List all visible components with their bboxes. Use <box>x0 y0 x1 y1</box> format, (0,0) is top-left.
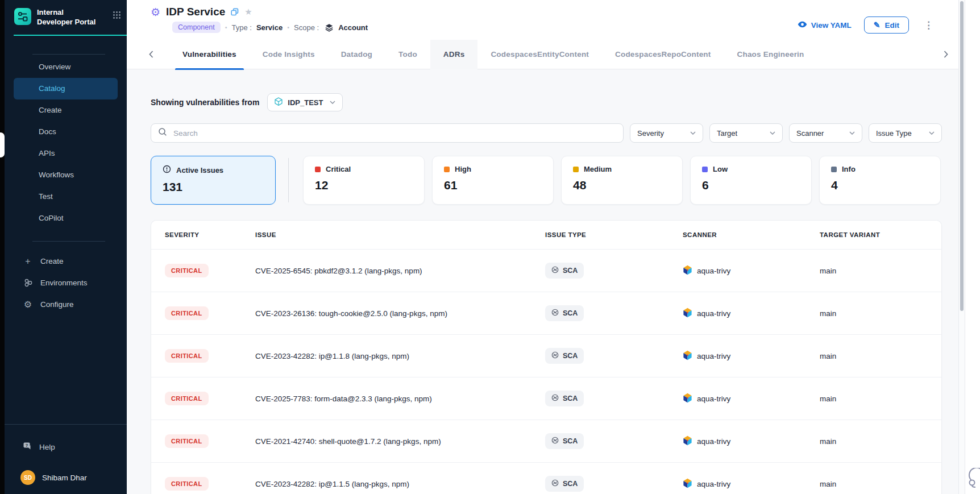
sidebar-item-test[interactable]: Test <box>14 186 118 207</box>
trivy-logo-icon <box>683 265 692 277</box>
sidebar-action-label: Environments <box>40 279 88 287</box>
sca-icon <box>551 351 559 360</box>
tab-datadog[interactable]: Datadog <box>328 40 385 69</box>
scanner-name: aqua-trivy <box>697 395 730 403</box>
app-logo-icon[interactable] <box>14 8 31 25</box>
critical-card[interactable]: Critical 12 <box>303 156 425 205</box>
medium-card[interactable]: Medium 48 <box>561 156 683 205</box>
tab-vulnerabilities[interactable]: Vulnerabilities <box>169 40 250 69</box>
tab-todo[interactable]: Todo <box>385 40 430 69</box>
sidebar-item-catalog[interactable]: Catalog <box>14 78 118 99</box>
issue-text: CVE-2023-26136: tough-cookie@2.5.0 (lang… <box>255 309 545 318</box>
low-label: Low <box>713 165 728 173</box>
gear-icon: ⚙ <box>23 299 33 310</box>
user-name: Shibam Dhar <box>42 474 87 482</box>
issue-text: CVE-2021-42740: shell-quote@1.7.2 (lang-… <box>255 437 545 446</box>
severity-badge: CRITICAL <box>165 392 209 405</box>
severity-badge: CRITICAL <box>165 477 209 491</box>
scrollbar-thumb[interactable] <box>960 1 964 311</box>
scanner-filter[interactable]: Scanner <box>789 123 862 143</box>
table-row[interactable]: CRITICAL CVE-2025-7783: form-data@2.3.3 … <box>151 377 941 420</box>
trivy-logo-icon <box>683 308 692 319</box>
copy-icon[interactable] <box>231 8 239 16</box>
entity-meta: Component • Type : Service • Scope : Acc… <box>172 22 368 33</box>
table-row[interactable]: CRITICAL CVE-2023-26136: tough-cookie@2.… <box>151 292 941 334</box>
sidebar-action-label: Create <box>40 257 64 265</box>
scanner-name: aqua-trivy <box>697 267 730 275</box>
low-color-swatch <box>702 167 708 172</box>
more-options-kebab-icon[interactable]: ⋮ <box>921 18 936 32</box>
target-variant: main <box>820 480 928 488</box>
tab-codespaces-repo-content[interactable]: CodespacesRepoContent <box>602 40 724 69</box>
col-issue-type: ISSUE TYPE <box>545 231 683 238</box>
dot-separator-icon: • <box>287 24 289 31</box>
view-yaml-button[interactable]: View YAML <box>798 21 852 30</box>
chevron-down-icon <box>330 101 335 104</box>
table-row[interactable]: CRITICAL CVE-2021-42740: shell-quote@1.7… <box>151 420 941 462</box>
target-variant: main <box>820 437 928 446</box>
user-menu[interactable]: SD Shibam Dhar <box>5 470 127 485</box>
brand-title: Internal Developer Portal <box>37 8 99 27</box>
issue-type-pill: SCA <box>545 391 584 406</box>
tab-code-insights[interactable]: Code Insights <box>250 40 328 69</box>
search-input[interactable] <box>172 128 616 138</box>
sidebar-item-docs[interactable]: Docs <box>14 121 118 143</box>
severity-filter[interactable]: Severity <box>630 123 703 143</box>
eye-icon <box>798 21 807 30</box>
tabs-scroll-left-icon[interactable] <box>147 48 156 60</box>
target-variant: main <box>820 395 928 403</box>
tab-adrs[interactable]: ADRs <box>430 40 478 69</box>
pencil-icon: ✎ <box>874 20 881 30</box>
filter-label: Issue Type <box>876 129 912 138</box>
sidebar-item-workflows[interactable]: Workflows <box>14 164 118 186</box>
sidebar-action-configure[interactable]: ⚙ Configure <box>5 294 127 316</box>
layers-icon <box>325 23 334 32</box>
sca-icon <box>551 479 559 488</box>
issue-text: CVE-2023-42282: ip@1.1.5 (lang-pkgs, npm… <box>255 480 545 488</box>
low-card[interactable]: Low 6 <box>690 156 812 205</box>
target-filter[interactable]: Target <box>709 123 783 143</box>
sidebar-header: Internal Developer Portal <box>5 0 127 27</box>
edit-button[interactable]: ✎ Edit <box>864 16 909 34</box>
critical-color-swatch <box>315 167 321 172</box>
sidebar-item-overview[interactable]: Overview <box>14 56 118 78</box>
issue-type-label: SCA <box>563 437 578 445</box>
info-label: Info <box>842 165 856 173</box>
tab-chaos-engineering[interactable]: Chaos Engineerin <box>724 40 817 69</box>
search-box <box>151 123 624 143</box>
source-selector[interactable]: IDP_TEST <box>267 93 343 111</box>
sidebar-item-apis[interactable]: APIs <box>14 143 118 164</box>
table-row[interactable]: CRITICAL CVE-2025-6545: pbkdf2@3.1.2 (la… <box>151 249 941 292</box>
scrollbar[interactable] <box>958 0 965 494</box>
high-card[interactable]: High 61 <box>432 156 554 205</box>
help-button[interactable]: ? Help <box>5 436 127 458</box>
cube-icon <box>275 97 283 107</box>
tabs-scroll-right-icon[interactable] <box>941 48 950 60</box>
entity-header-left: ⚙ IDP Service ★ Component • Type : Servi… <box>151 6 368 40</box>
sidebar-action-environments[interactable]: Environments <box>5 272 127 294</box>
scanner-name: aqua-trivy <box>697 352 730 360</box>
high-count: 61 <box>444 178 553 192</box>
sidebar-action-create[interactable]: + Create <box>5 251 127 272</box>
active-issues-card[interactable]: Active Issues 131 <box>151 156 276 205</box>
tab-codespaces-entity-content[interactable]: CodespacesEntityContent <box>477 40 602 69</box>
svg-text:?: ? <box>26 443 28 448</box>
table-row[interactable]: CRITICAL CVE-2023-42282: ip@1.1.5 (lang-… <box>151 462 941 494</box>
issue-type-label: SCA <box>563 480 578 488</box>
star-icon[interactable]: ★ <box>244 7 252 17</box>
summary-cards: Active Issues 131 Critical 12 High 61 Me… <box>151 156 942 205</box>
support-icon[interactable] <box>967 468 980 491</box>
issues-table: SEVERITY ISSUE ISSUE TYPE SCANNER TARGET… <box>151 220 942 494</box>
table-row[interactable]: CRITICAL CVE-2023-42282: ip@1.1.8 (lang-… <box>151 334 941 377</box>
alert-circle-icon <box>163 165 171 175</box>
sidebar-item-create[interactable]: Create <box>14 99 118 121</box>
sidebar-nav: Overview Catalog Create Docs APIs Workfl… <box>5 56 127 229</box>
type-label: Type : <box>231 23 251 32</box>
info-card[interactable]: Info 4 <box>819 156 941 205</box>
severity-badge: CRITICAL <box>165 264 209 277</box>
issue-type-label: SCA <box>563 309 578 317</box>
severity-badge: CRITICAL <box>165 434 209 448</box>
apps-grid-icon[interactable] <box>113 11 121 22</box>
sidebar-item-copilot[interactable]: CoPilot <box>14 207 118 229</box>
issue-type-filter[interactable]: Issue Type <box>869 123 942 143</box>
